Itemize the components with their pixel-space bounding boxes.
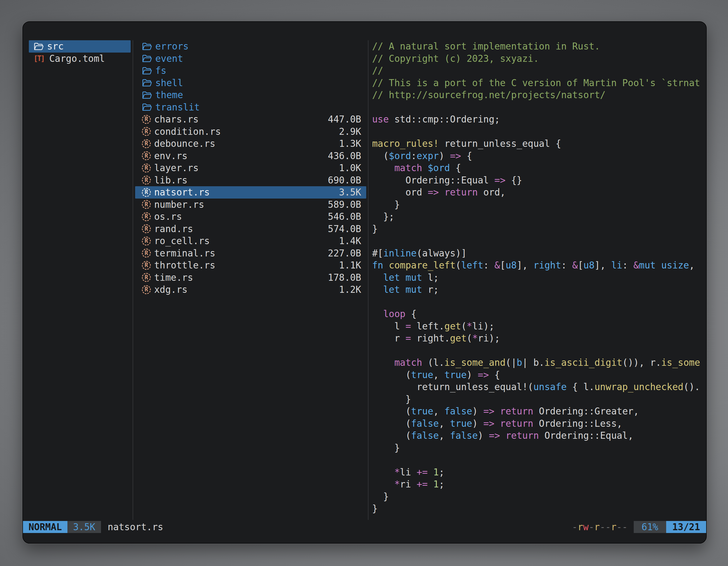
file-size: 227.0B — [328, 248, 361, 259]
code-line: return_unless_equal!(unsafe { l.unwrap_u… — [372, 381, 706, 393]
file-row[interactable]: Rlib.rs690.0B — [135, 174, 366, 187]
terminal-window: src[T]Cargo.toml errorseventfsshelltheme… — [22, 21, 707, 544]
rust-icon: R — [142, 224, 151, 233]
rust-icon: R — [142, 249, 151, 258]
code-line: // A natural sort implementation in Rust… — [372, 40, 706, 53]
code-line: } — [372, 223, 706, 235]
code-line: // Copyright (c) 2023, sxyazi. — [372, 53, 706, 65]
file-row[interactable]: Rrand.rs574.0B — [135, 223, 366, 235]
status-filename: natsort.rs — [108, 521, 163, 533]
folder-row[interactable]: translit — [135, 101, 366, 114]
entry-name: shell — [155, 78, 183, 88]
folder-row[interactable]: fs — [135, 65, 366, 77]
file-row[interactable]: Rchars.rs447.0B — [135, 113, 366, 126]
code-line: l = left.get(*li); — [372, 320, 706, 332]
rust-icon: R — [142, 200, 151, 209]
code-line: let mut l; — [372, 272, 706, 284]
pane-divider-right — [368, 40, 368, 520]
folder-row[interactable]: errors — [135, 40, 366, 53]
entry-name: event — [155, 53, 183, 64]
file-size: 1.0K — [339, 163, 361, 173]
entry-name: theme — [155, 90, 183, 100]
entry-name: env.rs — [154, 151, 187, 161]
file-row[interactable]: Rthrottle.rs1.1K — [135, 259, 366, 272]
folder-row[interactable]: shell — [135, 77, 366, 89]
file-row[interactable]: Rterminal.rs227.0B — [135, 247, 366, 260]
code-line: match $ord { — [372, 162, 706, 174]
entry-name: src — [47, 41, 64, 52]
code-line — [372, 454, 706, 466]
entry-name: errors — [155, 41, 189, 52]
rust-icon: R — [142, 176, 151, 185]
code-line: (true, true) => { — [372, 369, 706, 381]
rust-icon: R — [142, 212, 151, 221]
file-row[interactable]: Rcondition.rs2.9K — [135, 126, 366, 138]
file-row[interactable]: Rtime.rs178.0B — [135, 272, 366, 284]
file-row[interactable]: Rdebounce.rs1.3K — [135, 138, 366, 150]
file-size: 574.0B — [328, 224, 361, 234]
open-folder-icon — [142, 103, 152, 112]
rust-icon: R — [142, 261, 151, 270]
file-preview-pane: // A natural sort implementation in Rust… — [372, 40, 706, 515]
parent-folder-row[interactable]: src — [29, 40, 131, 53]
code-line: // — [372, 65, 706, 77]
file-size: 546.0B — [328, 211, 361, 222]
code-line: fn compare_left(left: &[u8], right: &[u8… — [372, 259, 706, 272]
file-row[interactable]: Rro_cell.rs1.4K — [135, 235, 366, 247]
toml-icon: [T] — [34, 54, 46, 63]
file-row[interactable]: Rlayer.rs1.0K — [135, 162, 366, 174]
file-row[interactable]: Rnatsort.rs3.5K — [135, 186, 366, 199]
code-line: } — [372, 393, 706, 405]
code-line: *li += 1; — [372, 466, 706, 478]
code-line — [372, 101, 706, 114]
folder-row[interactable]: event — [135, 53, 366, 65]
parent-file-row[interactable]: [T]Cargo.toml — [29, 53, 131, 65]
folder-row[interactable]: theme — [135, 89, 366, 101]
rust-icon: R — [142, 188, 151, 197]
file-row[interactable]: Renv.rs436.0B — [135, 150, 366, 162]
code-line: } — [372, 199, 706, 211]
entry-name: xdg.rs — [154, 284, 187, 295]
code-line: }; — [372, 211, 706, 223]
open-folder-icon — [34, 42, 44, 51]
file-row[interactable]: Rxdg.rs1.2K — [135, 283, 366, 296]
open-folder-icon — [142, 54, 152, 63]
file-row[interactable]: Rnumber.rs589.0B — [135, 199, 366, 211]
entry-name: translit — [155, 102, 200, 113]
pane-divider-left — [133, 40, 133, 520]
file-size: 589.0B — [328, 199, 361, 210]
code-line: macro_rules! return_unless_equal { — [372, 138, 706, 150]
current-directory-pane: errorseventfsshellthemetranslitRchars.rs… — [135, 40, 366, 296]
mode-badge: NORMAL — [23, 521, 67, 533]
open-folder-icon — [142, 78, 152, 87]
entry-name: number.rs — [154, 199, 204, 210]
entry-name: condition.rs — [154, 126, 221, 137]
code-line: *ri += 1; — [372, 478, 706, 490]
code-line: } — [372, 442, 706, 454]
code-line: (true, false) => return Ordering::Greate… — [372, 405, 706, 417]
code-line: match (l.is_some_and(|b| b.is_ascii_digi… — [372, 356, 706, 369]
file-size: 690.0B — [328, 175, 361, 186]
entry-name: Cargo.toml — [49, 53, 105, 64]
code-line: r = right.get(*ri); — [372, 332, 706, 344]
file-size: 1.2K — [339, 284, 361, 295]
entry-name: natsort.rs — [154, 187, 210, 198]
entry-name: os.rs — [154, 211, 182, 222]
code-line: Ordering::Equal => {} — [372, 174, 706, 187]
rust-icon: R — [142, 139, 151, 148]
code-line: let mut r; — [372, 283, 706, 296]
rust-icon: R — [142, 285, 151, 294]
code-line: ($ord:expr) => { — [372, 150, 706, 162]
entry-name: lib.rs — [154, 175, 187, 186]
file-size: 1.4K — [339, 236, 361, 247]
code-line — [372, 235, 706, 247]
code-line: ord => return ord, — [372, 186, 706, 199]
cursor-position-badge: 13/21 — [666, 521, 706, 533]
code-line: #[inline(always)] — [372, 247, 706, 260]
rust-icon: R — [142, 115, 151, 124]
parent-directory-pane: src[T]Cargo.toml — [29, 40, 131, 65]
code-line — [372, 344, 706, 357]
code-line: // http://sourcefrog.net/projects/natsor… — [372, 89, 706, 101]
file-row[interactable]: Ros.rs546.0B — [135, 211, 366, 223]
rust-icon: R — [142, 164, 151, 173]
